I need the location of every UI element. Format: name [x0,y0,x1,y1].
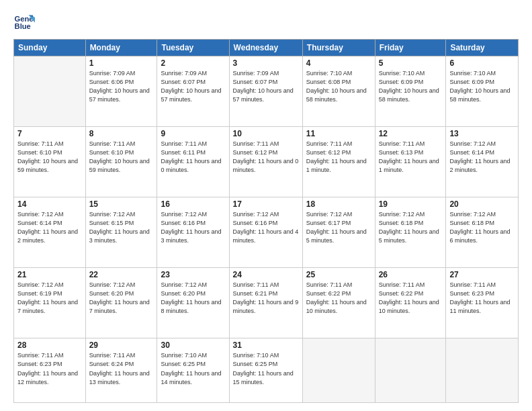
col-header-monday: Monday [85,40,157,56]
calendar-cell: 24Sunrise: 7:11 AMSunset: 6:21 PMDayligh… [229,268,302,338]
day-number: 15 [89,199,154,209]
calendar-cell: 9Sunrise: 7:11 AMSunset: 6:11 PMDaylight… [157,127,229,197]
day-number: 22 [89,270,154,279]
day-info: Sunrise: 7:11 AMSunset: 6:24 PMDaylight:… [89,351,154,386]
sunset-text: Sunset: 6:10 PM [17,149,62,156]
day-info: Sunrise: 7:11 AMSunset: 6:22 PMDaylight:… [379,281,443,316]
day-number: 18 [306,199,371,209]
sunrise-text: Sunrise: 7:11 AM [449,281,496,288]
daylight-text: Daylight: 11 hours and 4 minutes. [233,228,299,244]
sunrise-text: Sunrise: 7:11 AM [379,281,425,288]
daylight-text: Daylight: 11 hours and 2 minutes. [17,228,78,244]
calendar-cell: 13Sunrise: 7:12 AMSunset: 6:14 PMDayligh… [446,127,519,197]
calendar-cell: 5Sunrise: 7:10 AMSunset: 6:09 PMDaylight… [375,56,446,127]
logo: General Blue [13,11,38,32]
sunrise-text: Sunrise: 7:12 AM [89,211,136,218]
calendar-week-1: 1Sunrise: 7:09 AMSunset: 6:06 PMDaylight… [14,56,519,127]
sunrise-text: Sunrise: 7:11 AM [89,140,136,147]
calendar-cell: 27Sunrise: 7:11 AMSunset: 6:23 PMDayligh… [446,268,519,338]
daylight-text: Daylight: 10 hours and 58 minutes. [379,87,439,103]
daylight-text: Daylight: 10 hours and 58 minutes. [449,87,510,103]
day-number: 16 [161,199,225,209]
day-number: 29 [89,340,154,350]
day-number: 31 [233,340,299,350]
daylight-text: Daylight: 10 hours and 57 minutes. [161,87,221,103]
sunrise-text: Sunrise: 7:12 AM [449,211,496,218]
calendar-cell: 20Sunrise: 7:12 AMSunset: 6:18 PMDayligh… [446,197,519,268]
header: General Blue [13,11,519,32]
daylight-text: Daylight: 11 hours and 11 minutes. [449,299,510,314]
daylight-text: Daylight: 11 hours and 3 minutes. [161,228,221,244]
day-number: 13 [449,129,515,138]
daylight-text: Daylight: 11 hours and 7 minutes. [89,299,150,314]
day-info: Sunrise: 7:12 AMSunset: 6:15 PMDaylight:… [89,210,154,245]
sunset-text: Sunset: 6:24 PM [89,361,134,367]
day-info: Sunrise: 7:11 AMSunset: 6:10 PMDaylight:… [17,140,82,175]
day-info: Sunrise: 7:10 AMSunset: 6:25 PMDaylight:… [233,351,299,386]
daylight-text: Daylight: 11 hours and 3 minutes. [89,228,150,244]
day-number: 2 [161,58,225,68]
daylight-text: Daylight: 10 hours and 57 minutes. [89,87,150,103]
day-info: Sunrise: 7:11 AMSunset: 6:22 PMDaylight:… [306,281,371,316]
day-number: 12 [379,129,443,138]
day-info: Sunrise: 7:12 AMSunset: 6:16 PMDaylight:… [161,210,225,245]
sunrise-text: Sunrise: 7:10 AM [161,352,207,359]
calendar-cell [302,338,375,403]
calendar-cell: 19Sunrise: 7:12 AMSunset: 6:18 PMDayligh… [375,197,446,268]
calendar-cell [375,338,446,403]
daylight-text: Daylight: 10 hours and 59 minutes. [17,158,78,173]
day-info: Sunrise: 7:12 AMSunset: 6:16 PMDaylight:… [233,210,299,245]
sunrise-text: Sunrise: 7:12 AM [379,211,425,218]
daylight-text: Daylight: 11 hours and 5 minutes. [379,228,439,244]
daylight-text: Daylight: 11 hours and 12 minutes. [17,370,78,385]
sunset-text: Sunset: 6:08 PM [306,79,351,85]
sunrise-text: Sunrise: 7:11 AM [161,140,207,147]
sunrise-text: Sunrise: 7:11 AM [17,352,64,359]
day-number: 11 [306,129,371,138]
sunset-text: Sunset: 6:22 PM [379,290,424,297]
daylight-text: Daylight: 10 hours and 57 minutes. [233,87,294,103]
day-number: 7 [17,129,82,138]
day-info: Sunrise: 7:11 AMSunset: 6:10 PMDaylight:… [89,140,154,175]
sunset-text: Sunset: 6:09 PM [449,79,494,85]
calendar-cell: 30Sunrise: 7:10 AMSunset: 6:25 PMDayligh… [157,338,229,403]
daylight-text: Daylight: 11 hours and 8 minutes. [161,299,221,314]
sunset-text: Sunset: 6:25 PM [233,361,278,367]
sunrise-text: Sunrise: 7:11 AM [306,140,353,147]
day-number: 30 [161,340,225,350]
col-header-tuesday: Tuesday [157,40,229,56]
daylight-text: Daylight: 11 hours and 14 minutes. [161,370,221,385]
day-info: Sunrise: 7:11 AMSunset: 6:11 PMDaylight:… [161,140,225,175]
day-number: 4 [306,58,371,68]
day-number: 21 [17,270,82,279]
day-info: Sunrise: 7:11 AMSunset: 6:23 PMDaylight:… [17,351,82,386]
daylight-text: Daylight: 11 hours and 2 minutes. [449,158,510,173]
day-info: Sunrise: 7:12 AMSunset: 6:20 PMDaylight:… [89,281,154,316]
sunset-text: Sunset: 6:21 PM [233,290,278,297]
calendar-cell: 25Sunrise: 7:11 AMSunset: 6:22 PMDayligh… [302,268,375,338]
calendar-cell: 3Sunrise: 7:09 AMSunset: 6:07 PMDaylight… [229,56,302,127]
calendar-cell: 6Sunrise: 7:10 AMSunset: 6:09 PMDaylight… [446,56,519,127]
sunrise-text: Sunrise: 7:10 AM [233,352,279,359]
sunrise-text: Sunrise: 7:12 AM [449,140,496,147]
calendar-cell: 4Sunrise: 7:10 AMSunset: 6:08 PMDaylight… [302,56,375,127]
day-info: Sunrise: 7:09 AMSunset: 6:07 PMDaylight:… [161,69,225,104]
calendar-cell: 11Sunrise: 7:11 AMSunset: 6:12 PMDayligh… [302,127,375,197]
calendar-cell: 1Sunrise: 7:09 AMSunset: 6:06 PMDaylight… [85,56,157,127]
calendar-cell: 31Sunrise: 7:10 AMSunset: 6:25 PMDayligh… [229,338,302,403]
sunset-text: Sunset: 6:19 PM [17,290,62,297]
day-number: 28 [17,340,82,350]
day-number: 23 [161,270,225,279]
daylight-text: Daylight: 11 hours and 13 minutes. [89,370,150,385]
sunset-text: Sunset: 6:16 PM [161,220,206,226]
sunrise-text: Sunrise: 7:12 AM [89,281,136,288]
day-number: 5 [379,58,443,68]
day-info: Sunrise: 7:12 AMSunset: 6:18 PMDaylight:… [379,210,443,245]
day-number: 6 [449,58,515,68]
day-number: 14 [17,199,82,209]
day-info: Sunrise: 7:10 AMSunset: 6:09 PMDaylight:… [449,69,515,104]
calendar-cell: 21Sunrise: 7:12 AMSunset: 6:19 PMDayligh… [14,268,86,338]
sunrise-text: Sunrise: 7:10 AM [449,70,496,77]
sunrise-text: Sunrise: 7:11 AM [306,281,353,288]
day-info: Sunrise: 7:10 AMSunset: 6:09 PMDaylight:… [379,69,443,104]
